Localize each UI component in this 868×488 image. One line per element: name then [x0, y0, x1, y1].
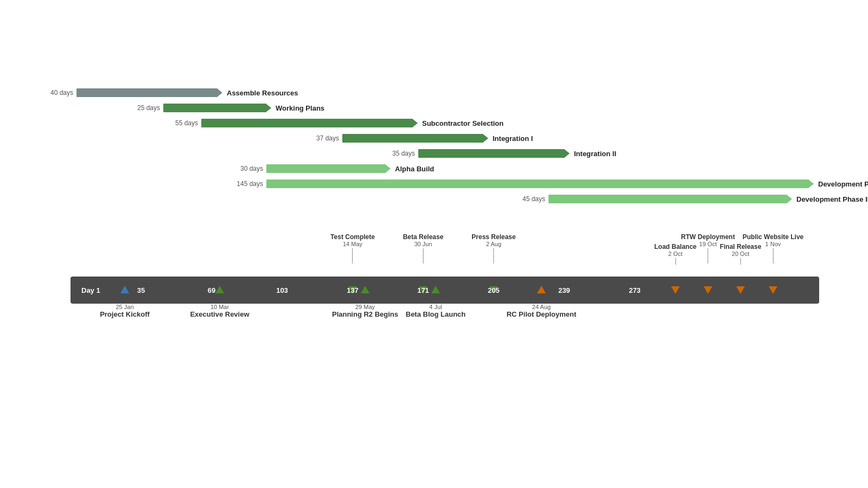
days-label-7: 145 days [233, 180, 263, 188]
milestone-below-planning-r2-date: 29 May [332, 304, 398, 310]
arrow-7 [808, 179, 814, 188]
timeline-section: Test Complete 14 May Beta Release 30 Jun… [43, 233, 825, 347]
timeline-arrow-beta-blog [431, 286, 440, 294]
arrow-up-project-kickoff [120, 286, 129, 293]
bar-wrapper-3: Subcontractor Selection [201, 119, 503, 127]
milestone-below-planning-r2-title: Planning R2 Begins [332, 310, 398, 318]
tick-label-35: 35 [137, 286, 145, 294]
milestone-above-beta-release-date: 30 Jun [403, 241, 444, 247]
milestone-below-executive-review-title: Executive Review [190, 310, 249, 318]
arrow-4 [483, 134, 488, 143]
arrow-1 [217, 88, 222, 97]
days-label-2: 25 days [130, 104, 160, 112]
milestone-below-project-kickoff-date: 25 Jan [100, 304, 150, 310]
bar-wrapper-1: Assemble Resources [76, 88, 298, 97]
arrow-down-final-release [736, 286, 745, 294]
bar-label-2: Working Plans [276, 104, 324, 112]
bar-7 [266, 179, 809, 188]
milestone-above-public-website-title: Public Website Live [743, 233, 803, 241]
arrow-6 [385, 164, 391, 173]
milestone-above-beta-release: Beta Release 30 Jun [403, 233, 444, 265]
tick-label-69: 69 [208, 286, 215, 294]
milestone-above-beta-release-title: Beta Release [403, 233, 444, 241]
bar-6 [266, 164, 386, 173]
bar-wrapper-2: Working Plans [163, 104, 324, 112]
milestone-below-beta-blog-title: Beta Blog Launch [406, 310, 466, 318]
arrow-down-load-balance [671, 286, 680, 294]
bar-wrapper-5: Integration II [418, 149, 616, 158]
bar-label-4: Integration I [493, 134, 533, 143]
tick-label-205: 205 [488, 286, 500, 294]
bar-3 [201, 119, 413, 127]
milestone-above-press-release-line [494, 248, 494, 264]
milestone-below-beta-blog: 4 Jul Beta Blog Launch [406, 304, 466, 318]
bar-wrapper-8: Development Phase II [548, 195, 868, 203]
milestone-above-test-complete-title: Test Complete [330, 233, 375, 241]
milestone-above-test-complete: Test Complete 14 May [330, 233, 375, 265]
timeline-arrow-rc-pilot [537, 286, 546, 294]
milestone-above-public-website-date: 1 Nov [743, 241, 803, 247]
milestone-below-executive-review-date: 10 Mar [190, 304, 249, 310]
timeline-bar: Day 1 35 69 103 137 171 205 239 273 [71, 277, 819, 304]
timeline-arrow-executive-review [215, 286, 224, 294]
milestone-above-rtw-deployment-line [708, 248, 709, 264]
below-milestones: 25 Jan Project Kickoff 10 Mar Executive … [71, 304, 825, 347]
days-label-6: 30 days [233, 165, 263, 172]
tick-label-day1: Day 1 [81, 286, 100, 294]
milestone-below-project-kickoff: 25 Jan Project Kickoff [100, 304, 150, 318]
milestone-above-press-release-title: Press Release [471, 233, 515, 241]
above-milestones: Test Complete 14 May Beta Release 30 Jun… [71, 233, 825, 277]
arrow-2 [266, 104, 271, 112]
milestone-above-test-complete-line [352, 248, 353, 264]
bar-label-8: Development Phase II [796, 195, 868, 203]
arrow-3 [412, 119, 418, 127]
bar-5 [418, 149, 565, 158]
gantt-row-5: 35 days Integration II [385, 147, 616, 159]
days-label-3: 55 days [168, 119, 198, 127]
gantt-row-7: 145 days Development Phase I [233, 178, 868, 190]
bar-label-1: Assemble Resources [227, 89, 298, 97]
bar-1 [76, 88, 218, 97]
milestone-above-rtw-deployment-title: RTW Deployment [681, 233, 735, 241]
tick-label-171: 171 [417, 286, 429, 294]
timeline-arrow-planning-r2 [361, 286, 369, 294]
bar-label-5: Integration II [574, 150, 616, 158]
gantt-row-2: 25 days Working Plans [130, 102, 324, 114]
arrow-down-public-website [769, 286, 777, 294]
days-label-8: 45 days [515, 195, 545, 203]
chart-container: 40 days Assemble Resources 25 days Worki… [43, 87, 825, 347]
gantt-row-6: 30 days Alpha Build [233, 163, 434, 175]
bar-label-7: Development Phase I [818, 180, 868, 188]
milestone-below-rc-pilot: 24 Aug RC Pilot Deployment [507, 304, 577, 318]
milestone-below-project-kickoff-title: Project Kickoff [100, 310, 150, 318]
days-label-1: 40 days [43, 89, 73, 97]
arrow-5 [564, 149, 570, 158]
bar-wrapper-4: Integration I [342, 134, 533, 143]
bar-2 [163, 104, 266, 112]
timeline-arrow-project-kickoff [120, 286, 129, 294]
milestone-above-final-release-line [741, 258, 741, 265]
days-label-4: 37 days [309, 134, 339, 142]
timeline-arrow-final-release [736, 285, 745, 295]
milestone-above-load-balance-line [675, 258, 676, 265]
arrow-up-executive-review [215, 286, 224, 293]
bar-label-3: Subcontractor Selection [422, 119, 503, 127]
arrow-down-rtw [704, 286, 712, 294]
timeline-arrow-rtw [704, 285, 712, 295]
bar-label-6: Alpha Build [395, 165, 434, 173]
gantt-row-4: 37 days Integration I [309, 132, 533, 144]
gantt-row-3: 55 days Subcontractor Selection [168, 117, 503, 129]
timeline-arrow-public-website [769, 285, 777, 295]
milestone-above-public-website-line [773, 248, 773, 264]
timeline-arrow-load-balance [671, 285, 680, 295]
days-label-5: 35 days [385, 150, 415, 157]
milestone-above-press-release: Press Release 2 Aug [471, 233, 515, 265]
tick-label-137: 137 [347, 286, 359, 294]
bar-4 [342, 134, 483, 143]
milestone-above-test-complete-date: 14 May [330, 241, 375, 247]
bar-wrapper-6: Alpha Build [266, 164, 434, 173]
gantt-section: 40 days Assemble Resources 25 days Worki… [43, 87, 825, 217]
arrow-up-rc-pilot [537, 286, 546, 293]
milestone-above-public-website: Public Website Live 1 Nov [743, 233, 803, 265]
tick-label-273: 273 [629, 286, 641, 294]
